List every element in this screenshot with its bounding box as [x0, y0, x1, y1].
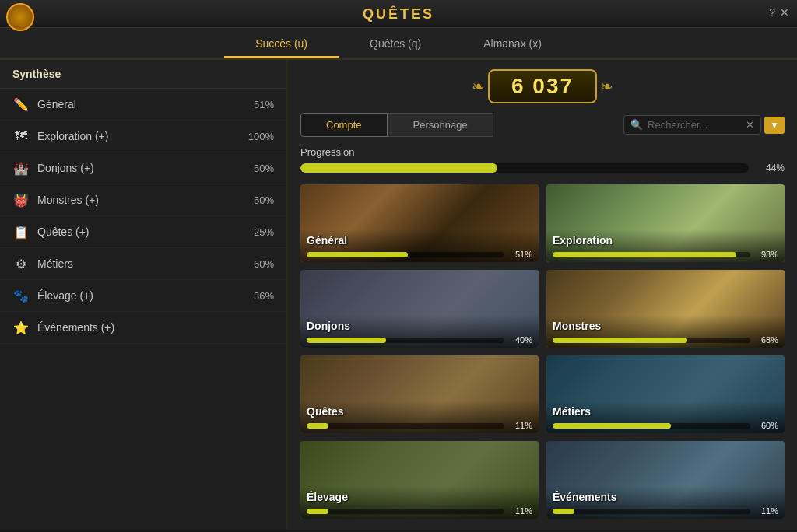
- card-overlay: Quêtes 11%: [300, 401, 539, 433]
- ornament-right: ❧: [600, 77, 613, 96]
- tab-almanax[interactable]: Almanax (x): [452, 31, 573, 58]
- card-bar-row: 11%: [307, 421, 532, 430]
- sidebar: Synthèse ✏️ Général 51% 🗺 Exploration (+…: [0, 60, 288, 530]
- score-banner: ❧ 6 037 ❧: [300, 69, 785, 103]
- card-percent-text: 51%: [511, 250, 532, 259]
- card-overlay: Général 51%: [300, 229, 539, 262]
- card-title: Quêtes: [307, 405, 532, 418]
- filter-button[interactable]: ▼: [764, 117, 785, 134]
- card-bar-background: [307, 509, 504, 514]
- card-title: Donjons: [307, 320, 532, 332]
- title-bar: QUÊTES ? ✕: [0, 0, 797, 28]
- card-title: Monstres: [553, 320, 778, 332]
- sidebar-item-donjons[interactable]: 🏰 Donjons (+) 50%: [0, 152, 286, 184]
- card-overlay: Exploration 93%: [546, 229, 785, 262]
- card-percent-text: 11%: [511, 506, 532, 516]
- card-bar-row: 51%: [307, 250, 532, 259]
- general-icon: ✏️: [12, 96, 30, 113]
- app-logo: [6, 3, 34, 31]
- cards-grid: Général 51% Exploration 93% Donjons: [300, 184, 785, 519]
- card-overlay: Élevage 11%: [300, 486, 539, 519]
- card-percent-text: 68%: [757, 335, 778, 345]
- card-title: Événements: [553, 491, 778, 503]
- search-icon: 🔍: [630, 119, 643, 131]
- card-bar-background: [307, 423, 504, 429]
- card-percent-text: 11%: [511, 421, 532, 430]
- card-bar-fill: [307, 509, 328, 514]
- sidebar-item-monstres[interactable]: 👹 Monstres (+) 50%: [0, 184, 286, 216]
- progression-section: Progression 44%: [300, 146, 785, 173]
- window-title: QUÊTES: [0, 6, 797, 23]
- sub-tab-compte[interactable]: Compte: [300, 113, 388, 137]
- card-bar-row: 11%: [553, 506, 778, 516]
- card-bar-row: 93%: [553, 250, 778, 259]
- donjons-icon: 🏰: [12, 159, 30, 177]
- card-overlay: Événements 11%: [546, 486, 785, 519]
- card-title: Général: [307, 234, 532, 247]
- card-donjons[interactable]: Donjons 40%: [300, 270, 539, 348]
- progression-label: Progression: [300, 146, 785, 158]
- card-bar-fill: [307, 338, 386, 343]
- sidebar-item-exploration[interactable]: 🗺 Exploration (+) 100%: [0, 121, 286, 152]
- content-area: ❧ 6 037 ❧ Compte Personnage 🔍 ✕ ▼ Progre…: [288, 60, 797, 530]
- search-input[interactable]: [648, 119, 741, 131]
- card-quetes[interactable]: Quêtes 11%: [300, 355, 539, 433]
- progression-percent-text: 44%: [757, 163, 785, 173]
- card-bar-background: [553, 509, 750, 514]
- card-overlay: Donjons 40%: [300, 315, 539, 348]
- elevage-icon: 🐾: [12, 287, 30, 304]
- main-tab-bar: Succès (u) Quêtes (q) Almanax (x): [0, 28, 797, 60]
- card-title: Métiers: [553, 405, 778, 418]
- progress-bar-container: 44%: [300, 163, 785, 173]
- tab-succes[interactable]: Succès (u): [224, 31, 339, 58]
- main-layout: Synthèse ✏️ Général 51% 🗺 Exploration (+…: [0, 60, 797, 530]
- card-bar-row: 60%: [553, 421, 778, 430]
- progression-bar-background: [300, 163, 749, 173]
- sub-tab-bar: Compte Personnage 🔍 ✕ ▼: [300, 113, 785, 137]
- card-bar-background: [553, 338, 750, 343]
- help-icon[interactable]: ?: [769, 6, 775, 19]
- card-bar-fill: [553, 252, 736, 257]
- card-bar-background: [553, 423, 750, 429]
- monstres-icon: 👹: [12, 191, 30, 208]
- close-icon[interactable]: ✕: [780, 6, 789, 19]
- card-bar-background: [307, 252, 504, 257]
- sidebar-item-quetes[interactable]: 📋 Quêtes (+) 25%: [0, 216, 286, 248]
- card-metiers[interactable]: Métiers 60%: [546, 355, 785, 433]
- card-exploration[interactable]: Exploration 93%: [546, 184, 785, 262]
- card-monstres[interactable]: Monstres 68%: [546, 270, 785, 348]
- card-title: Élevage: [307, 491, 532, 503]
- card-bar-background: [307, 338, 504, 343]
- card-percent-text: 11%: [757, 506, 778, 516]
- card-title: Exploration: [553, 234, 778, 247]
- sub-tab-personnage[interactable]: Personnage: [388, 113, 493, 137]
- score-ornament: ❧ 6 037 ❧: [300, 69, 785, 103]
- card-percent-text: 93%: [757, 250, 778, 259]
- sidebar-item-elevage[interactable]: 🐾 Élevage (+) 36%: [0, 280, 286, 312]
- card-bar-background: [553, 252, 750, 257]
- tab-quetes[interactable]: Quêtes (q): [339, 31, 452, 58]
- card-overlay: Métiers 60%: [546, 401, 785, 433]
- card-percent-text: 40%: [511, 335, 532, 345]
- quetes-icon: 📋: [12, 223, 30, 240]
- card-general[interactable]: Général 51%: [300, 184, 539, 262]
- card-bar-fill: [553, 423, 671, 429]
- card-bar-fill: [307, 423, 328, 429]
- metiers-icon: ⚙: [12, 255, 30, 272]
- card-bar-fill: [553, 509, 574, 514]
- card-bar-fill: [553, 338, 687, 343]
- progression-bar-fill: [300, 163, 497, 173]
- ornament-left: ❧: [472, 77, 485, 96]
- card-elevage[interactable]: Élevage 11%: [300, 441, 539, 519]
- card-overlay: Monstres 68%: [546, 315, 785, 348]
- sidebar-item-evenements[interactable]: ⭐ Événements (+): [0, 312, 286, 344]
- evenements-icon: ⭐: [12, 319, 30, 336]
- search-box: 🔍 ✕: [623, 115, 761, 135]
- search-clear-icon[interactable]: ✕: [746, 119, 754, 131]
- sidebar-item-general[interactable]: ✏️ Général 51%: [0, 89, 286, 121]
- card-bar-row: 68%: [553, 335, 778, 345]
- sidebar-item-metiers[interactable]: ⚙ Métiers 60%: [0, 248, 286, 280]
- card-percent-text: 60%: [757, 421, 778, 430]
- score-value: 6 037: [488, 69, 597, 103]
- card-evenements[interactable]: Événements 11%: [546, 441, 785, 519]
